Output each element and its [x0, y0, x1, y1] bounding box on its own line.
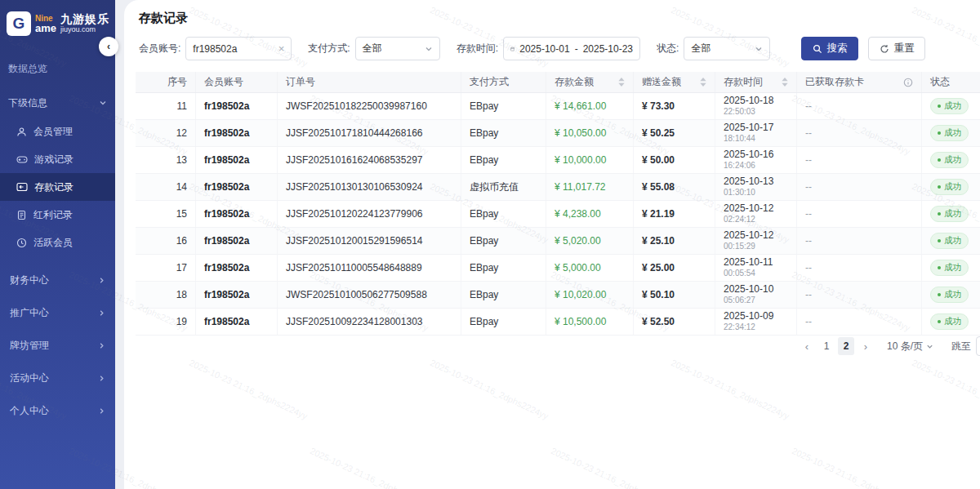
cell-status: 成功	[922, 147, 980, 173]
reset-button[interactable]: 重置	[868, 37, 925, 60]
deposit-card-icon	[16, 182, 28, 192]
cell-amount: ¥ 4,238.00	[546, 201, 634, 227]
status-select[interactable]: 全部	[684, 37, 770, 60]
sidebar-section-archway-management[interactable]: 牌坊管理	[0, 330, 115, 361]
col-no: 序号	[136, 72, 196, 92]
sort-icon[interactable]	[618, 78, 625, 87]
status-dot-icon	[938, 131, 941, 135]
jump-page-input[interactable]	[976, 336, 980, 356]
chevron-down-icon	[926, 343, 933, 350]
cell-amount: ¥ 10,020.00	[546, 282, 634, 308]
brand-ame: ame	[35, 23, 56, 33]
table-header: 序号 会员账号 订单号 支付方式 存款金额 赠送金额 存款时间 已获取存款卡 状…	[136, 72, 980, 93]
sidebar-section-finance-center[interactable]: 财务中心	[0, 265, 115, 296]
cell-time: 2025-10-09 22:34:12	[715, 309, 797, 335]
page-title: 存款记录	[139, 11, 188, 26]
sidebar-item-data-overview[interactable]: 数据总览	[0, 54, 115, 83]
status-dot-icon	[938, 320, 941, 323]
cell-method: EBpay	[461, 255, 546, 281]
chevron-right-icon	[98, 375, 105, 382]
payment-method-label: 支付方式:	[308, 42, 350, 56]
status-badge: 成功	[930, 179, 969, 195]
cell-card: --	[797, 255, 922, 281]
clear-input-icon[interactable]: ×	[278, 42, 285, 55]
cell-amount: ¥ 11,017.72	[546, 174, 634, 200]
status-dot-icon	[938, 104, 941, 108]
cell-no: 11	[136, 93, 196, 119]
deposit-time-label: 存款时间:	[457, 42, 498, 56]
reset-icon	[880, 44, 889, 54]
brand-nine: Nine	[35, 15, 56, 23]
info-icon[interactable]	[903, 78, 913, 87]
table-body: 11 fr198502a JWSF202510182250039987160 E…	[136, 93, 980, 336]
payment-method-select[interactable]: 全部	[355, 37, 440, 60]
sidebar-item-game-records[interactable]: 游戏记录	[0, 145, 115, 173]
cell-time: 2025-10-13 01:30:10	[715, 174, 797, 200]
clock-icon	[16, 238, 27, 248]
status-dot-icon	[938, 239, 941, 242]
chevron-right-icon	[98, 342, 105, 349]
col-order: 订单号	[278, 72, 461, 92]
sort-icon[interactable]	[782, 78, 788, 87]
cell-no: 19	[136, 309, 196, 335]
cell-status: 成功	[922, 255, 980, 281]
sidebar-section-personal-center[interactable]: 个人中心	[0, 395, 115, 426]
cell-card: --	[797, 282, 922, 308]
brand-chinese-name: 九游娱乐	[60, 13, 109, 25]
cell-no: 13	[136, 147, 196, 173]
col-bonus: 赠送金额	[634, 72, 715, 92]
page-button-1[interactable]: 1	[818, 337, 835, 355]
col-status: 状态	[922, 72, 980, 92]
cell-order: JJSF202510120224123779906	[278, 201, 461, 227]
cell-bonus: ¥ 25.00	[634, 255, 715, 281]
cell-time: 2025-10-10 05:06:27	[715, 282, 797, 308]
cell-method: EBpay	[461, 228, 546, 254]
cell-account: fr198502a	[196, 309, 278, 335]
cell-order: JJSF202510120015291596514	[278, 228, 461, 254]
date-range-picker[interactable]: 2025-10-01 - 2025-10-23	[503, 37, 640, 60]
user-icon	[16, 127, 27, 137]
cell-card: --	[797, 228, 922, 254]
status-dot-icon	[938, 185, 941, 189]
table-row: 12 fr198502a JJSF202510171810444268166 E…	[136, 120, 980, 147]
sidebar-collapse-button[interactable]: ‹	[99, 37, 118, 56]
table-row: 18 fr198502a JWSF202510100506277509588 E…	[136, 282, 980, 309]
jump-label: 跳至	[951, 340, 971, 353]
sidebar-item-bonus-records[interactable]: 红利记录	[0, 201, 115, 229]
status-badge: 成功	[930, 260, 969, 276]
sidebar-item-deposit-records[interactable]: 存款记录	[0, 173, 115, 201]
sidebar-item-member-management[interactable]: 会员管理	[0, 118, 115, 145]
table-row: 14 fr198502a JJSF202510130130106530924 虚…	[136, 174, 980, 201]
sidebar-item-active-members[interactable]: 活跃会员	[0, 229, 115, 256]
sort-icon[interactable]	[700, 78, 706, 87]
search-button[interactable]: 搜索	[801, 37, 858, 60]
cell-bonus: ¥ 73.30	[634, 93, 715, 119]
cell-amount: ¥ 5,020.00	[546, 228, 634, 254]
prev-page-button[interactable]: ‹	[799, 337, 815, 355]
cell-account: fr198502a	[196, 201, 278, 227]
cell-bonus: ¥ 50.00	[634, 147, 715, 173]
sidebar-section-activity-center[interactable]: 活动中心	[0, 362, 115, 393]
page-size-select[interactable]: 10 条/页	[887, 340, 933, 353]
table-row: 11 fr198502a JWSF202510182250039987160 E…	[136, 93, 980, 120]
cell-order: JWSF202510100506277509588	[278, 282, 461, 308]
cell-no: 14	[136, 174, 196, 200]
cell-card: --	[797, 147, 922, 173]
cell-status: 成功	[922, 174, 980, 200]
cell-method: EBpay	[461, 309, 546, 335]
next-page-button[interactable]: ›	[858, 337, 874, 355]
deposit-records-table: 序号 会员账号 订单号 支付方式 存款金额 赠送金额 存款时间 已获取存款卡 状…	[136, 72, 980, 336]
cell-account: fr198502a	[196, 174, 278, 200]
cell-time: 2025-10-18 22:50:03	[715, 93, 797, 119]
member-account-input[interactable]: fr198502a ×	[185, 37, 292, 60]
sidebar-group-subordinate-info[interactable]: 下级信息	[0, 88, 115, 118]
cell-card: --	[797, 120, 922, 146]
status-badge: 成功	[930, 152, 969, 168]
sidebar-section-promotion-center[interactable]: 推广中心	[0, 297, 115, 328]
page-button-2-active[interactable]: 2	[838, 337, 854, 355]
cell-time: 2025-10-12 00:15:29	[715, 228, 797, 254]
logo-card-icon: G	[7, 11, 31, 36]
col-card: 已获取存款卡	[797, 72, 922, 92]
table-row: 17 fr198502a JJSF202510110005548648889 E…	[136, 255, 980, 282]
gamepad-icon	[16, 154, 28, 165]
